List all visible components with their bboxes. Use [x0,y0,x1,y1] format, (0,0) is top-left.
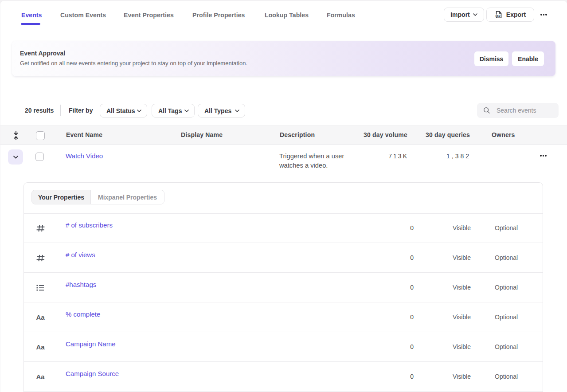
svg-text:csv: csv [495,14,501,17]
